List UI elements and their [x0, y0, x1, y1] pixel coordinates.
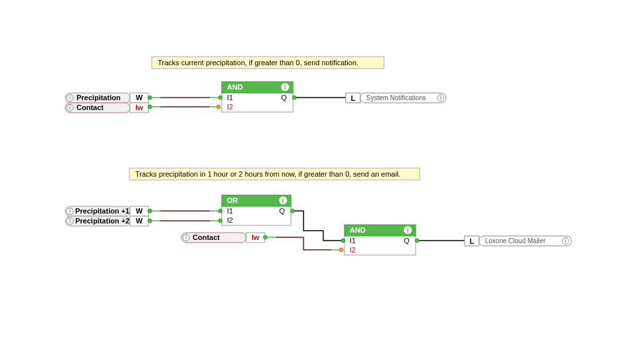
output-notif-L: L — [351, 94, 356, 102]
input-precipitation-2-label: Precipitation +2 — [75, 217, 129, 225]
svg-point-5 — [148, 96, 152, 100]
output-mailer-L: L — [470, 237, 474, 245]
svg-point-16 — [292, 96, 296, 100]
input-contact-2-pin: Iw — [251, 233, 259, 241]
gate-and-1-i1: I1 — [227, 94, 233, 102]
input-precipitation-1[interactable]: i Precipitation +1 W — [65, 206, 152, 216]
svg-point-26 — [148, 209, 152, 213]
svg-text:i: i — [407, 227, 409, 234]
svg-point-46 — [341, 239, 345, 243]
svg-point-47 — [339, 248, 343, 252]
output-mailer-label: Loxone Cloud Mailer — [485, 237, 546, 245]
gate-and-1-title: AND — [227, 83, 243, 91]
gate-and-2-title: AND — [350, 226, 366, 234]
gate-and-2-i1: I1 — [350, 237, 356, 245]
output-system-notifications[interactable]: L System Notifications i — [346, 93, 446, 103]
input-contact-2[interactable]: i Contact Iw — [181, 233, 267, 243]
svg-text:i: i — [69, 218, 71, 224]
description-top: Tracks current precipitation, if greater… — [152, 57, 384, 69]
svg-point-41 — [218, 219, 222, 223]
gate-or-1-q: Q — [279, 207, 285, 215]
input-precipitation-1-label: Precipitation +1 — [75, 207, 129, 215]
svg-text:i: i — [284, 84, 286, 91]
input-precipitation-pin: W — [136, 94, 143, 102]
description-top-text: Tracks current precipitation, if greater… — [158, 59, 358, 67]
output-notif-label: System Notifications — [366, 94, 426, 102]
gate-or-1[interactable]: OR i I1 I2 Q — [218, 195, 294, 225]
svg-text:i: i — [69, 104, 71, 111]
input-precipitation-1-pin: W — [136, 207, 143, 215]
gate-and-1-q: Q — [281, 94, 287, 102]
gate-or-1-title: OR — [227, 196, 238, 204]
svg-text:i: i — [282, 197, 284, 204]
gate-or-1-i1: I1 — [227, 207, 233, 215]
gate-and-2-q: Q — [404, 237, 410, 245]
input-contact-2-label: Contact — [193, 233, 220, 241]
svg-point-36 — [263, 235, 267, 239]
input-contact[interactable]: i Contact Iw — [65, 103, 152, 113]
description-bottom-text: Tracks precipitation in 1 hour or 2 hour… — [135, 170, 401, 178]
svg-text:i: i — [185, 234, 187, 241]
svg-point-15 — [216, 105, 220, 109]
svg-point-14 — [218, 96, 222, 100]
svg-point-48 — [415, 239, 419, 243]
gate-or-1-i2: I2 — [227, 216, 233, 224]
input-precipitation-2-pin: W — [136, 217, 143, 225]
output-loxone-cloud-mailer[interactable]: L Loxone Cloud Mailer i — [465, 236, 571, 246]
svg-text:i: i — [69, 208, 71, 214]
gate-and-2-i2: I2 — [350, 246, 356, 254]
svg-point-10 — [148, 105, 152, 109]
svg-text:i: i — [440, 94, 441, 101]
input-precipitation-label: Precipitation — [77, 94, 121, 102]
svg-point-42 — [290, 209, 294, 213]
gate-and-2[interactable]: AND i I1 I2 Q — [339, 225, 419, 255]
input-contact-pin: Iw — [135, 103, 143, 111]
svg-point-40 — [218, 209, 222, 213]
description-bottom: Tracks precipitation in 1 hour or 2 hour… — [129, 168, 420, 180]
input-contact-label: Contact — [77, 103, 104, 111]
input-precipitation-2[interactable]: i Precipitation +2 W — [65, 216, 152, 226]
svg-text:i: i — [565, 237, 566, 244]
gate-and-1-i2: I2 — [227, 103, 233, 111]
input-precipitation[interactable]: i Precipitation W — [65, 93, 152, 103]
svg-point-31 — [148, 219, 152, 223]
svg-text:i: i — [69, 94, 71, 101]
gate-and-1[interactable]: AND i I1 I2 Q — [216, 82, 296, 112]
